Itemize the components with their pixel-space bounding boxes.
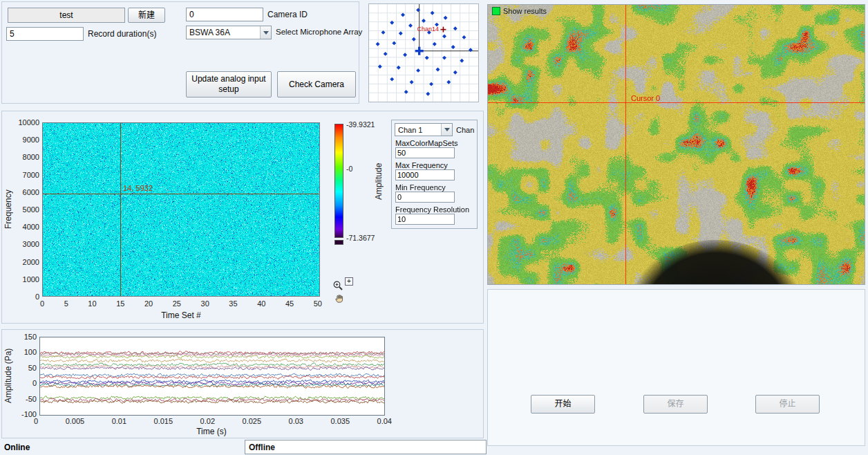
tick-label: 0.035: [330, 417, 350, 425]
tick-label: 1000: [23, 275, 39, 284]
camera-cursor-hline[interactable]: [488, 102, 865, 103]
spectro-yticks: 1000090008000700060005000400030002000100…: [16, 118, 39, 301]
tick-label: 9000: [23, 136, 39, 144]
tick-label: 0.005: [66, 417, 85, 425]
frequency-resolution-label: Frequency Resolution: [395, 205, 469, 214]
setup-panel: 新建 Record duration(s) Camera ID BSWA 36A…: [1, 1, 359, 104]
waveform-traces: [40, 337, 384, 415]
colorbar-amplitude-label: Amplitude: [374, 124, 384, 239]
tick-label: 5000: [23, 205, 39, 214]
spectrogram-panel: Frequency 100009000800070006000500040003…: [1, 111, 484, 324]
mic-array-plot[interactable]: Chan14: [368, 3, 479, 102]
pan-hand-icon[interactable]: [334, 293, 345, 304]
spectrogram-ylabel: Frequency: [3, 122, 13, 297]
colorbar-underflow-swatch: [334, 240, 343, 245]
zoom-plus-icon[interactable]: +: [345, 277, 353, 286]
zoom-tool-icon[interactable]: [332, 280, 343, 291]
channel-dropdown-value: Chan 1: [395, 126, 441, 134]
tick-label: 15: [116, 299, 124, 308]
tick-label: 0.015: [154, 417, 173, 425]
maxcolormapsets-input[interactable]: [395, 147, 455, 158]
tick-label: 50: [28, 364, 37, 372]
tick-label: 0.01: [112, 417, 126, 425]
tick-label: 0: [32, 379, 37, 387]
waveform-ylabel: Amplitude (Pa): [3, 335, 13, 416]
test-name-input[interactable]: [8, 8, 125, 23]
tick-label: 0: [34, 417, 38, 425]
spectro-xticks: 05101520253035404550: [40, 299, 322, 308]
tick-label: 10000: [18, 118, 39, 127]
tick-label: 3000: [23, 240, 39, 248]
amplitude-colorbar: [334, 124, 343, 238]
tick-label: 30: [201, 299, 209, 308]
channel-label: Chan: [456, 126, 474, 134]
status-offline-box: Offline: [245, 440, 487, 454]
beamforming-image: [488, 5, 865, 284]
waveform-yticks: 150100500-50-100: [16, 333, 37, 418]
tick-label: 8000: [23, 153, 39, 161]
tick-label: 100: [24, 348, 37, 356]
tick-label: 0.04: [377, 417, 392, 425]
array-plot-svg: Chan14: [369, 4, 478, 102]
colorbar-max-label: -39.9321: [346, 120, 375, 129]
tick-label: 40: [257, 299, 265, 308]
frequency-resolution-input[interactable]: [395, 214, 455, 225]
stop-button[interactable]: 停止: [755, 395, 820, 414]
tick-label: 35: [229, 299, 237, 308]
chevron-down-icon: [441, 124, 452, 136]
waveform-xticks: 00.0050.010.0150.020.0250.030.0350.04: [34, 417, 392, 425]
update-analog-input-button[interactable]: Update analog input setup: [186, 71, 272, 98]
camera-cursor-label: Cursor 0: [631, 94, 660, 102]
waveform-xlabel: Time (s): [39, 427, 384, 436]
spectrogram-image: [43, 123, 319, 296]
tick-label: 25: [173, 299, 181, 308]
channel-dropdown[interactable]: Chan 1: [395, 123, 453, 136]
acoustic-camera-app: 新建 Record duration(s) Camera ID BSWA 36A…: [0, 0, 868, 455]
tick-label: 20: [144, 299, 153, 308]
colorbar-min-label: -71.3677: [346, 234, 375, 242]
save-button[interactable]: 保存: [643, 395, 708, 414]
waveform-panel: Amplitude (Pa) 150100500-50-100 00.0050.…: [1, 329, 484, 438]
check-camera-button[interactable]: Check Camera: [277, 71, 356, 98]
tick-label: 7000: [23, 171, 39, 179]
tick-label: 6000: [23, 188, 39, 196]
min-frequency-input[interactable]: [395, 192, 455, 203]
spectro-cursor-label: 14, 5932: [123, 184, 153, 192]
mic-array-label: Select Microphone Array: [276, 28, 362, 36]
spectrogram-plot[interactable]: 14, 5932: [42, 122, 320, 297]
mic-array-value: BSWA 36A: [187, 28, 260, 37]
record-duration-label: Record duration(s): [88, 29, 156, 39]
max-frequency-label: Max Frequency: [395, 161, 448, 169]
spectro-controls-box: Chan 1 Chan MaxColorMapSetsMax Frequency…: [391, 120, 478, 229]
tick-label: 5: [64, 299, 68, 308]
tick-label: 0: [35, 292, 39, 301]
spectrogram-xlabel: Time Set #: [42, 310, 320, 320]
tick-label: 0.02: [200, 417, 215, 425]
camera-id-input[interactable]: [186, 8, 263, 21]
tick-label: 10: [88, 299, 96, 308]
colorbar-mid-label: -0: [346, 165, 352, 173]
status-offline: Offline: [249, 443, 275, 452]
tick-label: 2000: [23, 258, 39, 266]
tick-label: 0: [40, 299, 44, 308]
camera-cursor-vline[interactable]: [625, 5, 626, 284]
tick-label: 4000: [23, 223, 39, 231]
tick-label: 0.025: [243, 417, 262, 425]
new-button[interactable]: 新建: [128, 8, 165, 23]
show-results-checkbox[interactable]: [492, 7, 500, 15]
status-online: Online: [4, 443, 30, 452]
waveform-plot[interactable]: [39, 337, 385, 416]
svg-text:Chan14: Chan14: [417, 26, 440, 32]
spectro-cursor-hline[interactable]: [43, 194, 319, 194]
tick-label: 45: [285, 299, 294, 308]
show-results-label: Show results: [503, 7, 547, 15]
chevron-down-icon: [260, 26, 271, 39]
camera-view[interactable]: Cursor 0 Show results: [487, 4, 865, 285]
max-frequency-input[interactable]: [395, 169, 455, 180]
start-button[interactable]: 开始: [531, 395, 595, 414]
spectro-cursor-vline[interactable]: [120, 123, 121, 296]
mic-array-dropdown[interactable]: BSWA 36A: [186, 26, 272, 39]
tick-label: 150: [24, 333, 37, 341]
control-panel: 开始 保存 停止: [487, 289, 865, 446]
record-duration-input[interactable]: [6, 27, 84, 41]
